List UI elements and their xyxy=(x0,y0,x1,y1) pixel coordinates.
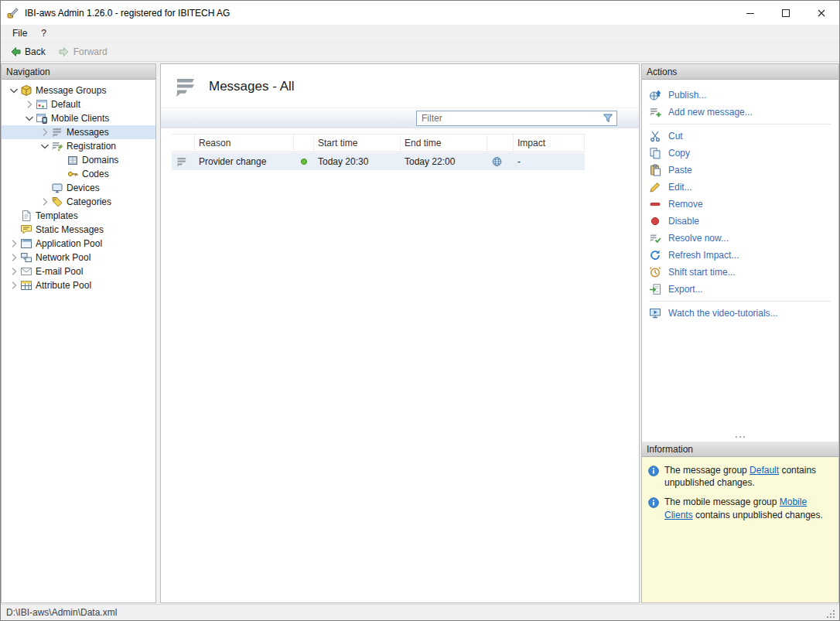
column-header-blank-0[interactable] xyxy=(172,135,195,152)
registration-icon xyxy=(51,140,63,152)
toolbar: Back Forward xyxy=(1,43,839,62)
minimize-button[interactable] xyxy=(732,1,768,25)
message-impact-cell: - xyxy=(514,153,585,170)
tree-item-templates[interactable]: Templates xyxy=(2,209,155,223)
tree-item-message-groups[interactable]: Message Groups xyxy=(2,84,155,97)
main-panel: Messages - All ReasonStart timeEnd timeI… xyxy=(160,63,640,603)
tree-item-messages[interactable]: Messages xyxy=(2,125,155,139)
app-icon xyxy=(7,7,19,19)
copy-icon xyxy=(649,147,661,159)
chevron-collapsed-icon[interactable] xyxy=(8,237,20,250)
chevron-collapsed-icon[interactable] xyxy=(39,126,51,138)
action-label: Resolve now... xyxy=(668,233,729,244)
maximize-button[interactable] xyxy=(768,1,804,25)
tree-item-label: Attribute Pool xyxy=(32,280,91,291)
window-controls xyxy=(732,1,839,25)
tree-item-network-pool[interactable]: Network Pool xyxy=(2,251,155,264)
action-paste[interactable]: Paste xyxy=(649,162,835,179)
messages-icon xyxy=(51,126,63,138)
tree-item-domains[interactable]: Domains xyxy=(2,153,155,167)
back-button[interactable]: Back xyxy=(4,44,51,60)
column-header-end-time[interactable]: End time xyxy=(401,135,487,152)
page-title: Messages - All xyxy=(209,79,295,94)
paste-icon xyxy=(649,164,661,176)
panel-splitter-handle[interactable] xyxy=(642,432,838,442)
action-label: Disable xyxy=(668,216,699,227)
network-pool-icon xyxy=(20,251,32,264)
action-shift-start-time[interactable]: Shift start time... xyxy=(649,264,835,281)
action-export[interactable]: Export... xyxy=(649,281,835,298)
tree-item-application-pool[interactable]: Application Pool xyxy=(2,237,155,251)
message-reason-cell: Provider change xyxy=(195,153,294,170)
action-add-new-message[interactable]: Add new message... xyxy=(649,104,835,121)
action-watch-video-tutorials[interactable]: Watch the video-tutorials... xyxy=(649,305,835,322)
action-publish[interactable]: Publish... xyxy=(649,87,835,104)
message-row[interactable]: Provider changeToday 20:30Today 22:00- xyxy=(172,153,585,170)
chevron-placeholder xyxy=(8,210,20,222)
tree-item-label: Mobile Clients xyxy=(48,113,109,124)
forward-button[interactable]: Forward xyxy=(53,44,113,60)
tree-item-attribute-pool[interactable]: Attribute Pool xyxy=(2,278,155,292)
chevron-placeholder xyxy=(39,182,51,194)
info-link-default[interactable]: Default xyxy=(750,465,779,476)
column-header-reason[interactable]: Reason xyxy=(195,135,294,152)
action-refresh-impact[interactable]: Refresh Impact... xyxy=(649,247,835,264)
message-type-cell xyxy=(172,153,195,170)
actions-divider xyxy=(650,124,831,125)
chevron-expanded-icon[interactable] xyxy=(39,140,51,152)
action-label: Watch the video-tutorials... xyxy=(668,308,778,319)
info-text-suffix: contains unpublished changes. xyxy=(693,510,823,520)
menu-help[interactable]: ? xyxy=(34,25,53,42)
tree-item-default[interactable]: Default xyxy=(2,97,155,111)
menubar: File ? xyxy=(1,25,839,43)
tree-item-categories[interactable]: Categories xyxy=(2,195,155,209)
window-title: IBI-aws Admin 1.26.0 - registered for IB… xyxy=(25,8,230,19)
close-icon xyxy=(815,7,828,19)
close-button[interactable] xyxy=(804,1,839,25)
chevron-collapsed-icon[interactable] xyxy=(39,196,51,208)
chevron-collapsed-icon[interactable] xyxy=(8,265,20,278)
table-header-row: ReasonStart timeEnd timeImpact xyxy=(172,134,585,152)
back-arrow-icon xyxy=(9,46,22,58)
resize-grip-icon[interactable] xyxy=(825,608,837,620)
main-header: Messages - All xyxy=(161,64,639,107)
disable-icon xyxy=(649,215,661,227)
filter-input[interactable] xyxy=(417,113,602,124)
back-label: Back xyxy=(25,46,46,57)
filter-funnel-icon[interactable] xyxy=(602,112,614,125)
message-end-cell: Today 22:00 xyxy=(401,153,487,170)
action-label: Add new message... xyxy=(668,107,753,118)
table-body: Provider changeToday 20:30Today 22:00- xyxy=(172,153,639,170)
templates-icon xyxy=(20,210,32,222)
tree-item-label: Messages xyxy=(63,127,109,138)
tree-item-static-messages[interactable]: Static Messages xyxy=(2,223,155,237)
actions-divider xyxy=(650,301,831,302)
chevron-expanded-icon[interactable] xyxy=(8,84,20,97)
column-header-blank-5[interactable] xyxy=(487,135,514,152)
action-cut[interactable]: Cut xyxy=(649,128,835,145)
action-resolve-now[interactable]: Resolve now... xyxy=(649,230,835,247)
column-header-start-time[interactable]: Start time xyxy=(314,135,401,152)
chevron-collapsed-icon[interactable] xyxy=(8,251,20,264)
column-header-impact[interactable]: Impact xyxy=(514,135,585,152)
tree-item-mobile-clients[interactable]: Mobile Clients xyxy=(2,111,155,125)
tree-item-codes[interactable]: Codes xyxy=(2,167,155,181)
action-edit[interactable]: Edit... xyxy=(649,179,835,196)
tree-item-devices[interactable]: Devices xyxy=(2,181,155,195)
column-header-blank-2[interactable] xyxy=(294,135,314,152)
chevron-expanded-icon[interactable] xyxy=(23,112,36,125)
chevron-placeholder xyxy=(54,168,67,180)
tree-item-label: Network Pool xyxy=(32,252,90,263)
chevron-collapsed-icon[interactable] xyxy=(23,98,36,111)
devices-icon xyxy=(51,182,63,194)
action-remove[interactable]: Remove xyxy=(649,196,835,213)
tree-item-e-mail-pool[interactable]: E-mail Pool xyxy=(2,264,155,278)
action-copy[interactable]: Copy xyxy=(649,145,835,162)
publish-icon xyxy=(649,89,661,101)
menu-file[interactable]: File xyxy=(5,25,34,42)
tree-item-registration[interactable]: Registration xyxy=(2,139,155,153)
navigation-tree: Message GroupsDefaultMobile ClientsMessa… xyxy=(2,80,155,292)
action-disable[interactable]: Disable xyxy=(649,213,835,230)
chevron-placeholder xyxy=(54,154,67,166)
chevron-collapsed-icon[interactable] xyxy=(8,279,20,292)
